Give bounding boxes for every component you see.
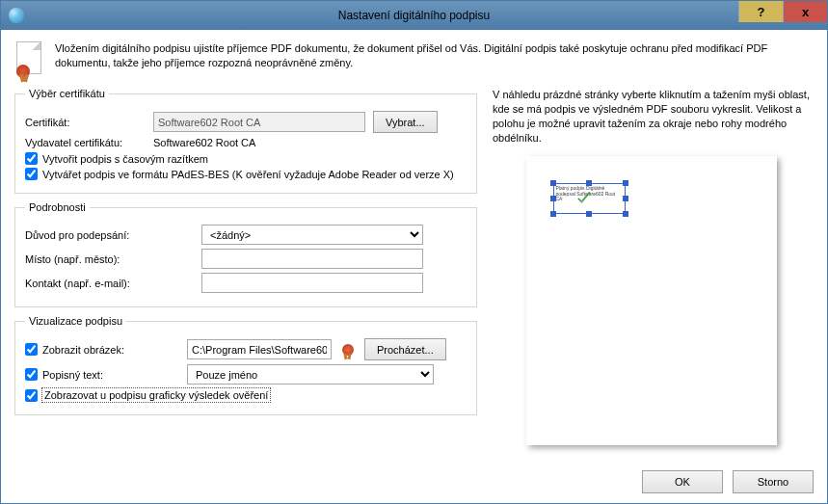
close-button[interactable]: x (783, 1, 827, 22)
resize-handle[interactable] (586, 180, 592, 186)
legend-details: Podrobnosti (25, 201, 90, 213)
resize-handle[interactable] (586, 211, 592, 217)
issuer-value: Software602 Root CA (153, 137, 255, 148)
resize-handle[interactable] (550, 211, 556, 217)
desc-text-label: Popisný text: (42, 369, 103, 381)
contact-input[interactable] (201, 273, 423, 293)
app-icon (9, 8, 24, 23)
image-path-input[interactable] (187, 339, 332, 359)
ok-button[interactable]: OK (642, 470, 723, 493)
legend-visualization: Vizualizace podpisu (25, 315, 126, 327)
desc-text-checkbox[interactable] (25, 368, 38, 381)
titlebar: Nastavení digitálního podpisu ? x (1, 1, 827, 30)
contact-label: Kontakt (např. e-mail): (25, 278, 194, 289)
show-image-checkbox[interactable] (25, 343, 38, 356)
window-title: Nastavení digitálního podpisu (1, 9, 827, 22)
desc-text-select[interactable]: Pouze jméno (187, 364, 434, 385)
preview-help-text: V náhledu prázdné stránky vyberte kliknu… (489, 88, 814, 150)
legend-certificate: Výběr certifikátu (25, 88, 109, 99)
pades-label: Vytvářet podpis ve formátu PAdES-BES (K … (42, 169, 454, 180)
signature-doc-icon (14, 41, 45, 80)
pades-checkbox[interactable] (25, 168, 38, 180)
intro-row: Vložením digitálního podpisu ujistíte př… (14, 38, 814, 88)
select-certificate-button[interactable]: Vybrat... (373, 111, 438, 133)
resize-handle[interactable] (623, 196, 628, 201)
resize-handle[interactable] (550, 180, 556, 186)
location-label: Místo (např. město): (25, 253, 194, 265)
dialog-window: Nastavení digitálního podpisu ? x Vložen… (0, 0, 828, 504)
timestamp-checkbox[interactable] (25, 152, 38, 165)
cancel-button[interactable]: Storno (733, 470, 814, 493)
certificate-input (153, 112, 365, 132)
timestamp-label: Vytvořit podpis s časovým razítkem (42, 153, 208, 165)
window-controls: ? x (738, 1, 827, 22)
reason-select[interactable]: <žádný> (201, 225, 423, 245)
signature-box[interactable]: Platný podpis Digitálně podepsal Softwar… (553, 183, 626, 214)
help-button[interactable]: ? (738, 1, 783, 22)
show-result-checkbox[interactable] (25, 389, 38, 402)
resize-handle[interactable] (623, 211, 628, 217)
seal-icon (339, 339, 357, 359)
certificate-label: Certifikát: (25, 117, 146, 128)
show-result-label: Zobrazovat u podpisu graficky výsledek o… (42, 388, 270, 402)
checkmark-icon (574, 190, 595, 211)
preview-area: Platný podpis Digitálně podepsal Softwar… (489, 150, 814, 453)
location-input[interactable] (201, 249, 423, 269)
fieldset-visualization: Vizualizace podpisu Zobrazit obrázek: Pr… (14, 315, 477, 415)
reason-label: Důvod pro podepsání: (25, 229, 194, 241)
fieldset-certificate: Výběr certifikátu Certifikát: Vybrat... … (14, 88, 477, 194)
show-image-label: Zobrazit obrázek: (42, 344, 124, 356)
resize-handle[interactable] (623, 180, 628, 186)
content-area: Vložením digitálního podpisu ujistíte př… (1, 30, 827, 463)
footer: OK Storno (1, 463, 827, 503)
resize-handle[interactable] (550, 196, 556, 201)
issuer-label: Vydavatel certifikátu: (25, 137, 146, 148)
intro-text: Vložením digitálního podpisu ujistíte př… (55, 41, 814, 80)
fieldset-details: Podrobnosti Důvod pro podepsání: <žádný>… (14, 201, 477, 307)
preview-page[interactable]: Platný podpis Digitálně podepsal Softwar… (526, 156, 777, 445)
browse-button[interactable]: Procházet... (364, 338, 446, 360)
